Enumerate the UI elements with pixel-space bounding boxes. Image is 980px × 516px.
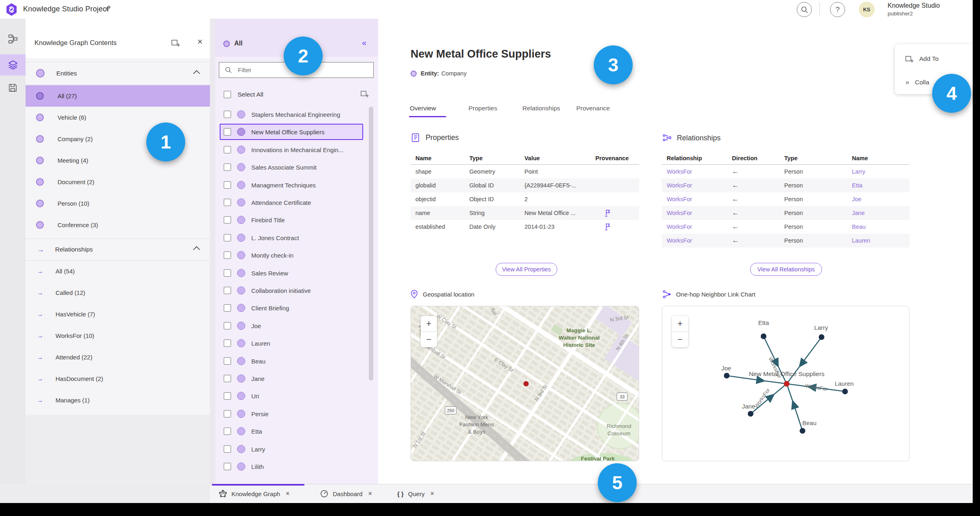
table-row[interactable]: WorksFor ← Person Jane — [662, 206, 909, 220]
zoom-in-button[interactable]: + — [672, 316, 688, 331]
search-button[interactable] — [797, 2, 812, 17]
graph-node[interactable] — [800, 428, 805, 434]
close-tab-icon[interactable]: × — [430, 490, 434, 497]
list-item[interactable]: Managment Techniques — [215, 177, 369, 193]
relationship-link[interactable]: WorksFor — [662, 182, 732, 189]
bottom-tab-query[interactable]: { } Query × — [397, 484, 434, 503]
sidebar-item-person[interactable]: Person (10) — [26, 193, 210, 214]
view-all-properties-button[interactable]: View All Properties — [496, 263, 557, 276]
item-checkbox[interactable] — [224, 128, 231, 135]
item-checkbox[interactable] — [224, 410, 231, 417]
graph-node[interactable] — [761, 333, 766, 339]
zoom-in-button[interactable]: + — [421, 316, 437, 331]
sidebar-item-vehicle[interactable]: Vehicle (6) — [26, 107, 210, 128]
rail-item-save[interactable] — [0, 77, 26, 98]
item-checkbox[interactable] — [224, 199, 231, 206]
table-row[interactable]: WorksFor ← Person Larry — [662, 165, 909, 178]
table-row[interactable]: name String New Metal Office ... — [411, 206, 639, 220]
tab-relationships[interactable]: Relationships — [522, 105, 560, 112]
relationship-link[interactable]: WorksFor — [662, 210, 732, 216]
geospatial-map[interactable]: k Rd W Clay St Sal E Clay St arshall St … — [411, 306, 639, 461]
select-all-checkbox[interactable] — [224, 91, 231, 98]
entity-link[interactable]: Beau — [852, 224, 866, 230]
list-item[interactable]: Jane — [215, 370, 369, 387]
entity-link[interactable]: Larry — [852, 168, 865, 175]
entity-link[interactable]: Etta — [852, 182, 862, 189]
relationship-link[interactable]: WorksFor — [662, 168, 732, 175]
list-item[interactable]: Uri — [215, 388, 369, 404]
section-entities[interactable]: Entities — [26, 62, 210, 85]
sidebar-item-manages[interactable]: → Manages (1) — [26, 389, 210, 411]
item-checkbox[interactable] — [224, 445, 231, 453]
list-item[interactable]: L. Jones Contract — [215, 230, 369, 246]
item-checkbox[interactable] — [224, 428, 231, 435]
relationship-link[interactable]: WorksFor — [662, 237, 732, 244]
list-filter-name[interactable]: All — [234, 40, 242, 47]
item-checkbox[interactable] — [224, 322, 231, 329]
entity-link[interactable]: Joe — [852, 196, 861, 202]
graph-center-node[interactable] — [784, 381, 790, 387]
item-checkbox[interactable] — [224, 304, 231, 312]
item-checkbox[interactable] — [224, 340, 231, 347]
graph-node[interactable] — [748, 411, 753, 417]
close-panel-icon[interactable]: × — [197, 37, 203, 47]
chevron-up-icon[interactable] — [193, 70, 200, 77]
link-chart[interactable]: WorksFor WorksFor WorksFor Etta Larry — [662, 306, 909, 461]
tab-overview[interactable]: Overview — [410, 105, 436, 112]
collapse-panel-icon[interactable]: « — [362, 38, 366, 47]
close-tab-icon[interactable]: × — [286, 490, 289, 497]
list-item-selected[interactable]: New Metal Office Suppliers — [220, 124, 363, 140]
table-row[interactable]: globalid Global ID {A228944F-0EF5-... — [411, 178, 639, 192]
sidebar-item-rel-all[interactable]: → All (54) — [26, 260, 210, 282]
item-checkbox[interactable] — [224, 392, 231, 400]
sidebar-item-entities-all[interactable]: All (27) — [26, 85, 210, 107]
add-selected-button[interactable] — [360, 89, 369, 100]
list-item[interactable]: Joe — [215, 318, 369, 334]
item-checkbox[interactable] — [224, 234, 231, 241]
sidebar-item-called[interactable]: → Called (12) — [26, 282, 210, 303]
close-tab-icon[interactable]: × — [368, 490, 372, 497]
graph-node[interactable] — [724, 373, 730, 378]
table-row[interactable]: WorksFor ← Person Beau — [662, 220, 909, 234]
list-item[interactable]: Firebird Title — [215, 212, 369, 228]
list-item[interactable]: Etta — [215, 423, 369, 439]
list-item[interactable]: Collaboration initiative — [215, 282, 369, 299]
entity-link[interactable]: Jane — [852, 210, 864, 216]
help-button[interactable]: ? — [830, 2, 845, 17]
item-checkbox[interactable] — [224, 269, 231, 277]
item-checkbox[interactable] — [224, 216, 231, 224]
relationship-link[interactable]: WorksFor — [662, 224, 732, 230]
tab-properties[interactable]: Properties — [469, 105, 497, 112]
sidebar-item-conference[interactable]: Conference (3) — [26, 214, 210, 236]
item-checkbox[interactable] — [224, 146, 231, 153]
provenance-flag-icon[interactable] — [604, 209, 611, 217]
section-relationships[interactable]: → Relationships — [26, 239, 210, 260]
item-checkbox[interactable] — [224, 463, 231, 470]
sidebar-item-worksfor[interactable]: → WorksFor (10) — [26, 325, 210, 346]
provenance-flag-icon[interactable] — [604, 223, 611, 231]
list-item[interactable]: Beau — [215, 353, 369, 369]
add-to-new-window-button[interactable] — [171, 38, 180, 49]
zoom-out-button[interactable]: − — [421, 332, 437, 347]
table-row[interactable]: established Date Only 2014-01-23 — [411, 220, 639, 234]
item-checkbox[interactable] — [224, 252, 231, 259]
chevron-up-icon[interactable] — [193, 246, 200, 253]
item-checkbox[interactable] — [224, 287, 231, 294]
table-row[interactable]: WorksFor ← Person Etta — [662, 178, 909, 192]
list-item[interactable]: Sales Review — [215, 265, 369, 281]
table-row[interactable]: WorksFor ← Person Joe — [662, 192, 909, 206]
list-item[interactable]: Staplers Mechanical Engineering — [215, 106, 369, 123]
add-to-button[interactable]: Add To — [895, 50, 973, 68]
list-item[interactable]: Larry — [215, 441, 369, 457]
list-item[interactable]: Sales Associate Summit — [215, 159, 369, 175]
scrollbar-thumb[interactable] — [369, 107, 373, 381]
rail-item-data-model[interactable] — [0, 28, 26, 49]
item-checkbox[interactable] — [224, 111, 231, 118]
avatar[interactable]: KS — [859, 2, 875, 17]
zoom-out-button[interactable]: − — [672, 332, 688, 347]
entity-link[interactable]: Lauren — [852, 237, 870, 244]
item-checkbox[interactable] — [224, 181, 231, 189]
list-item[interactable]: Montly check-in — [215, 247, 369, 263]
item-checkbox[interactable] — [224, 375, 231, 382]
sidebar-item-hasvehicle[interactable]: → HasVehicle (7) — [26, 303, 210, 325]
